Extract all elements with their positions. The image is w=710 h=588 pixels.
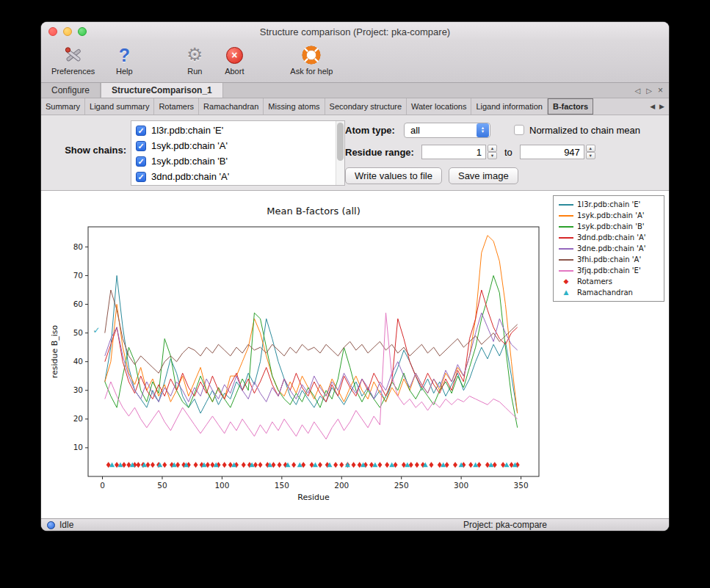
checkbox-checked-icon[interactable]: ✓ [136,172,146,182]
rotamers-marker [429,462,433,468]
stepper-up-icon: ▲ [586,145,595,152]
chain-list-item[interactable]: ✓ 1syk.pdb:chain 'A' [131,138,336,153]
checkbox-checked-icon[interactable]: ✓ [136,156,146,167]
normalized-checkbox-group[interactable]: Normalized to chain mean [514,125,640,136]
residue-to-input[interactable] [520,145,584,159]
legend-label: Ramachandran [577,288,633,297]
rotamers-marker [333,462,338,468]
preferences-button[interactable]: Preferences [51,44,95,76]
rotamers-marker [377,462,382,468]
x-tick-label: 250 [394,481,409,490]
legend-item: 3fjq.pdb:chain 'E' [557,265,660,276]
save-image-button[interactable]: Save image [449,167,518,184]
rotamers-marker [352,462,356,468]
subtab-rotamers[interactable]: Rotamers [154,98,199,115]
residue-range-label: Residue range: [345,147,421,158]
x-tick-label: 0 [100,481,105,490]
abort-button[interactable]: × Abort [215,44,253,76]
toolbar-label: Preferences [51,67,95,76]
subtab-next-icon[interactable]: ▶ [659,103,664,110]
legend-line-swatch [557,215,575,217]
tools-icon [63,44,84,66]
legend-line-swatch [557,270,575,272]
status-text: Idle [59,520,73,530]
rotamers-marker [468,462,473,468]
checkbox-unchecked-icon[interactable] [514,125,524,135]
project-label: Project: pka-compare [463,520,547,530]
controls-panel: Show chains: ✓ 1l3r.pdb:chain 'E' ✓ 1syk… [41,115,669,190]
abort-x-icon: × [226,44,243,66]
toolbar-label: Help [116,67,133,76]
main-tab-bar: Configure StructureComparison_1 ◁ ▷ × [41,83,669,98]
subtab-secondary-structure[interactable]: Secondary structure [325,98,407,115]
close-window-button[interactable] [48,27,57,36]
tab-prev-icon[interactable]: ◁ [635,87,641,95]
write-values-button[interactable]: Write values to file [345,167,442,184]
checkbox-checked-icon[interactable]: ✓ [136,126,146,136]
legend-line-swatch [557,226,575,228]
residue-from-input[interactable] [421,145,486,159]
chain-list-scrollbar[interactable] [336,121,344,185]
subtab-ligand-summary[interactable]: Ligand summary [85,98,154,115]
legend-item: 1syk.pdb:chain 'A' [557,210,660,221]
toolbar-label: Ask for help [290,67,333,76]
y-tick-label: 30 [73,385,83,394]
rotamers-marker [162,462,167,468]
stray-check-annotation: ✓ [93,325,100,335]
tab-structurecomparison-1[interactable]: StructureComparison_1 [101,83,223,98]
rotamers-marker [194,462,198,468]
chain-list-item[interactable]: ✓ 3dnd.pdb:chain 'A' [131,169,336,184]
subtab-prev-icon[interactable]: ◀ [650,103,655,110]
legend-item: ▲Ramachandran [557,287,660,298]
legend-label: Rotamers [577,277,612,286]
subtab-summary[interactable]: Summary [41,98,85,115]
legend-item: 1syk.pdb:chain 'B' [557,221,660,232]
subtab-ramachandran[interactable]: Ramachandran [199,98,264,115]
legend-label: 1syk.pdb:chain 'B' [577,222,645,231]
tab-close-icon[interactable]: × [658,85,663,95]
rotamers-marker [385,462,389,468]
legend-line-swatch [557,237,575,239]
y-tick-label: 40 [73,357,83,366]
checkbox-checked-icon[interactable]: ✓ [136,141,146,151]
rotamers-marker [151,462,155,468]
tab-next-icon[interactable]: ▷ [646,87,652,95]
subtab-ligand-information[interactable]: Ligand information [471,98,548,115]
rotamers-marker [415,462,419,468]
rotamers-marker [318,462,322,468]
tab-nav: ◁ ▷ × [629,83,669,98]
bfactor-chart: ✓0501001502002503003501020304050607080Me… [46,194,546,509]
residue-to-stepper[interactable]: ▲ ▼ [586,145,595,159]
legend-item: ◆Rotamers [557,276,660,287]
chain-list-item[interactable]: ✓ 1l3r.pdb:chain 'E' [131,123,336,138]
atom-type-select[interactable]: all ▲▼ [404,123,490,138]
chain-label: 1syk.pdb:chain 'A' [151,140,228,151]
chain-label: 3dnd.pdb:chain 'A' [151,171,229,182]
app-window: Structure comparison (Project: pka-compa… [41,22,669,531]
tab-configure[interactable]: Configure [41,83,101,98]
subtab-water-locations[interactable]: Water locations [407,98,471,115]
status-dot-icon [47,521,55,529]
ask-for-help-button[interactable]: Ask for help [290,44,333,76]
legend-diamond-icon: ◆ [557,278,575,285]
subtab-b-factors[interactable]: B-factors [548,98,593,115]
chain-label: 1l3r.pdb:chain 'E' [151,125,223,136]
toolbar-label: Abort [225,67,244,76]
x-tick-label: 300 [454,481,468,490]
residue-from-stepper[interactable]: ▲ ▼ [488,145,497,159]
status-bar: Idle Project: pka-compare [41,518,669,531]
titlebar[interactable]: Structure comparison (Project: pka-compa… [41,22,669,41]
subtab-missing-atoms[interactable]: Missing atoms [264,98,325,115]
y-tick-label: 20 [73,414,83,423]
help-button[interactable]: ? Help [105,44,143,76]
run-button[interactable]: ⚙ Run [175,44,214,76]
stepper-down-icon: ▼ [586,152,595,159]
minimize-window-button[interactable] [63,27,72,36]
scrollbar-thumb[interactable] [337,123,344,161]
legend-triangle-icon: ▲ [557,289,575,296]
chain-list-item[interactable]: ✓ 1syk.pdb:chain 'B' [131,153,336,169]
rotamers-marker [258,462,263,468]
gear-icon: ⚙ [186,44,203,66]
zoom-window-button[interactable] [78,27,87,36]
series-line [105,236,518,413]
